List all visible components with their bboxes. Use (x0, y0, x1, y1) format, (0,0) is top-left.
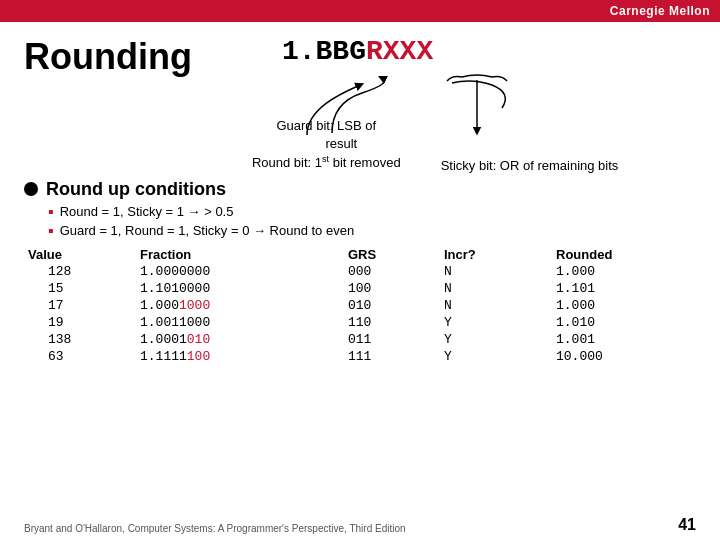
data-table: Value Fraction GRS Incr? Rounded 1281.00… (24, 246, 696, 365)
cell-value: 19 (24, 314, 136, 331)
condition-2-text: Guard = 1, Round = 1, Sticky = 0 → Round… (60, 223, 354, 238)
guard-label: Guard bit: LSB of (252, 117, 401, 135)
cell-value: 17 (24, 297, 136, 314)
table-header-row: Value Fraction GRS Incr? Rounded (24, 246, 696, 263)
footer: Bryant and O'Hallaron, Computer Systems:… (24, 516, 696, 534)
footer-citation: Bryant and O'Hallaron, Computer Systems:… (24, 523, 406, 534)
cell-value: 15 (24, 280, 136, 297)
bbg-notation: 1. BBG RXXX (252, 36, 696, 67)
cell-grs: 100 (344, 280, 440, 297)
notation-rxxx: RXXX (366, 36, 433, 67)
sticky-label: Sticky bit: OR of remaining bits (441, 158, 619, 173)
round-up-title-text: Round up conditions (46, 179, 226, 200)
table-row: 191.0011000110Y1.010 (24, 314, 696, 331)
cell-incr: Y (440, 314, 552, 331)
table-row: 631.1111100111Y10.000 (24, 348, 696, 365)
cell-fraction: 1.0011000 (136, 314, 344, 331)
result-label: result (252, 135, 401, 153)
top-bar: Carnegie Mellon (0, 0, 720, 22)
cell-grs: 110 (344, 314, 440, 331)
col-header-fraction: Fraction (136, 246, 344, 263)
notation-bbg: BBG (316, 36, 366, 67)
cell-rounded: 1.010 (552, 314, 696, 331)
cell-incr: N (440, 280, 552, 297)
cell-rounded: 10.000 (552, 348, 696, 365)
cell-fraction: 1.0000000 (136, 263, 344, 280)
notation-prefix: 1. (282, 36, 316, 67)
round-up-title: Round up conditions (24, 179, 696, 200)
cell-incr: Y (440, 331, 552, 348)
condition-bullet-1: ▪ (48, 203, 54, 221)
cell-incr: Y (440, 348, 552, 365)
col-header-value: Value (24, 246, 136, 263)
cell-fraction: 1.1010000 (136, 280, 344, 297)
cell-fraction: 1.0001010 (136, 331, 344, 348)
cell-value: 63 (24, 348, 136, 365)
page-number: 41 (678, 516, 696, 534)
cell-value: 138 (24, 331, 136, 348)
condition-1-text: Round = 1, Sticky = 1 → > 0.5 (60, 204, 234, 219)
condition-1: ▪ Round = 1, Sticky = 1 → > 0.5 (48, 204, 696, 221)
diagram-area: 1. BBG RXXX (252, 36, 696, 173)
brand-label: Carnegie Mellon (610, 4, 710, 18)
cell-rounded: 1.000 (552, 263, 696, 280)
table-row: 171.0001000010N1.000 (24, 297, 696, 314)
cell-grs: 010 (344, 297, 440, 314)
table-row: 151.1010000100N1.101 (24, 280, 696, 297)
top-row: Rounding 1. BBG RXXX (24, 36, 696, 173)
condition-bullet-2: ▪ (48, 222, 54, 240)
table-header: Value Fraction GRS Incr? Rounded (24, 246, 696, 263)
cell-grs: 000 (344, 263, 440, 280)
cell-value: 128 (24, 263, 136, 280)
main-content: Rounding 1. BBG RXXX (0, 22, 720, 375)
cell-grs: 011 (344, 331, 440, 348)
round-label: Round bit: 1st bit removed (252, 153, 401, 173)
cell-incr: N (440, 297, 552, 314)
table-body: 1281.0000000000N1.000151.1010000100N1.10… (24, 263, 696, 365)
table-row: 1281.0000000000N1.000 (24, 263, 696, 280)
condition-2: ▪ Guard = 1, Round = 1, Sticky = 0 → Rou… (48, 223, 696, 240)
bullet-icon (24, 182, 38, 196)
cell-rounded: 1.101 (552, 280, 696, 297)
cell-fraction: 1.0001000 (136, 297, 344, 314)
cell-rounded: 1.001 (552, 331, 696, 348)
cell-incr: N (440, 263, 552, 280)
col-header-incr: Incr? (440, 246, 552, 263)
cell-rounded: 1.000 (552, 297, 696, 314)
cell-grs: 111 (344, 348, 440, 365)
page-title: Rounding (24, 36, 192, 78)
cell-fraction: 1.1111100 (136, 348, 344, 365)
left-labels: Guard bit: LSB of result Round bit: 1st … (252, 117, 401, 173)
col-header-rounded: Rounded (552, 246, 696, 263)
table-row: 1381.0001010011Y1.001 (24, 331, 696, 348)
round-up-section: Round up conditions ▪ Round = 1, Sticky … (24, 179, 696, 240)
col-header-grs: GRS (344, 246, 440, 263)
